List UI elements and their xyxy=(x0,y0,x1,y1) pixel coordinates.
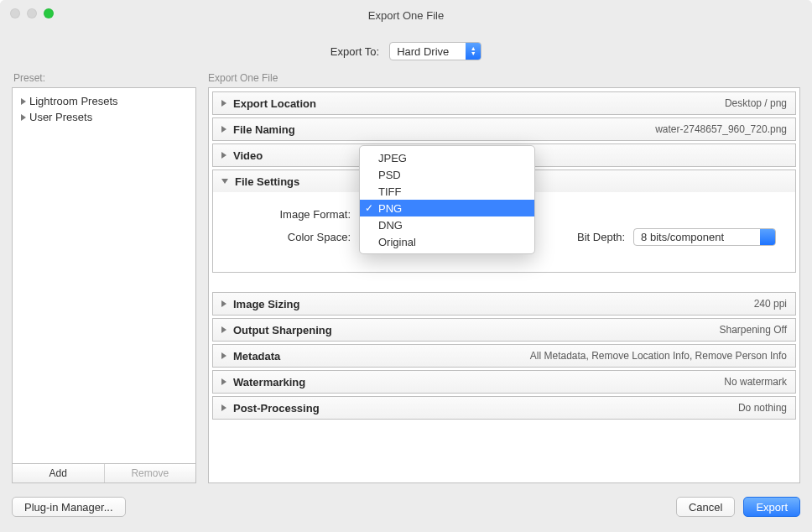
add-preset-button[interactable]: Add xyxy=(13,464,104,482)
disclosure-triangle-icon xyxy=(21,114,26,121)
panel-watermarking[interactable]: Watermarking No watermark xyxy=(212,370,796,394)
export-to-value: Hard Drive xyxy=(397,45,449,58)
disclosure-triangle-icon xyxy=(221,152,226,159)
disclosure-triangle-icon xyxy=(221,126,226,133)
remove-preset-button: Remove xyxy=(104,464,196,482)
panel-title: Watermarking xyxy=(233,376,305,389)
bit-depth-label: Bit Depth: xyxy=(577,231,625,243)
panel-file-naming[interactable]: File Naming water-2748657_960_720.png xyxy=(212,117,796,141)
panel-title: Video xyxy=(233,149,263,162)
select-stepper-icon xyxy=(760,229,775,245)
file-settings-body: Image Format: PNG Color Space: xyxy=(213,192,795,272)
panel-summary: Desktop / png xyxy=(725,97,787,109)
format-option-original[interactable]: Original xyxy=(360,233,534,250)
panel-summary: Sharpening Off xyxy=(719,324,787,336)
image-format-popup-menu[interactable]: JPEG PSD TIFF PNG DNG Original xyxy=(359,145,535,254)
main-column-label: Export One File xyxy=(208,72,800,84)
format-option-dng[interactable]: DNG xyxy=(360,216,534,233)
preset-buttons: Add Remove xyxy=(12,464,196,483)
cancel-button[interactable]: Cancel xyxy=(676,497,735,517)
preset-group-user[interactable]: User Presets xyxy=(16,109,192,125)
panel-file-settings: File Settings Image Format: PNG xyxy=(212,170,796,273)
panel-title: File Settings xyxy=(235,175,299,188)
titlebar: Export One File xyxy=(0,0,812,30)
panel-summary: water-2748657_960_720.png xyxy=(655,123,787,135)
export-dialog-window: Export One File Export To: Hard Drive Pr… xyxy=(0,0,812,532)
disclosure-triangle-icon xyxy=(221,378,226,385)
panel-title: Image Sizing xyxy=(233,298,299,310)
plugin-manager-button[interactable]: Plug-in Manager... xyxy=(12,497,126,517)
format-option-psd[interactable]: PSD xyxy=(360,166,534,183)
disclosure-triangle-icon xyxy=(221,404,226,411)
export-to-label: Export To: xyxy=(331,45,379,58)
window-title: Export One File xyxy=(0,9,812,22)
panel-title: Output Sharpening xyxy=(233,324,332,336)
panel-output-sharpening[interactable]: Output Sharpening Sharpening Off xyxy=(212,318,796,342)
disclosure-triangle-icon xyxy=(21,98,26,105)
panel-summary: All Metadata, Remove Location Info, Remo… xyxy=(530,350,787,362)
disclosure-triangle-icon xyxy=(221,352,226,359)
panel-title: File Naming xyxy=(233,123,295,136)
panels-scroll[interactable]: Export Location Desktop / png File Namin… xyxy=(208,87,800,483)
disclosure-triangle-icon xyxy=(221,179,228,184)
bit-depth-value: 8 bits/component xyxy=(641,231,724,243)
preset-group-label: User Presets xyxy=(29,111,92,123)
image-format-label: Image Format: xyxy=(225,208,351,221)
window-controls xyxy=(10,8,54,18)
panel-title: Post-Processing xyxy=(233,402,320,415)
format-option-jpeg[interactable]: JPEG xyxy=(360,149,534,166)
preset-column-label: Preset: xyxy=(12,72,196,84)
panel-image-sizing[interactable]: Image Sizing 240 ppi xyxy=(212,292,796,316)
disclosure-triangle-icon xyxy=(221,100,226,107)
panel-title: Metadata xyxy=(233,350,280,362)
export-button[interactable]: Export xyxy=(743,497,800,517)
select-stepper-icon xyxy=(466,43,481,60)
panel-post-processing[interactable]: Post-Processing Do nothing xyxy=(212,396,796,420)
export-to-select[interactable]: Hard Drive xyxy=(389,42,481,60)
preset-group-lightroom[interactable]: Lightroom Presets xyxy=(16,93,192,109)
disclosure-triangle-icon xyxy=(221,300,226,307)
panel-title: Export Location xyxy=(233,97,316,110)
format-option-png[interactable]: PNG xyxy=(360,200,534,216)
zoom-window-icon[interactable] xyxy=(44,8,54,18)
close-window-icon[interactable] xyxy=(10,8,20,18)
panel-summary: 240 ppi xyxy=(754,298,787,310)
bit-depth-select[interactable]: 8 bits/component xyxy=(633,228,776,246)
panel-export-location[interactable]: Export Location Desktop / png xyxy=(212,91,796,115)
panel-summary: Do nothing xyxy=(738,402,787,414)
minimize-window-icon[interactable] xyxy=(27,8,37,18)
disclosure-triangle-icon xyxy=(221,326,226,333)
preset-list[interactable]: Lightroom Presets User Presets xyxy=(12,87,196,464)
panel-summary: No watermark xyxy=(724,376,787,388)
preset-group-label: Lightroom Presets xyxy=(29,95,118,107)
format-option-tiff[interactable]: TIFF xyxy=(360,183,534,200)
export-to-row: Export To: Hard Drive xyxy=(0,30,812,72)
panel-metadata[interactable]: Metadata All Metadata, Remove Location I… xyxy=(212,344,796,368)
dialog-footer: Plug-in Manager... Cancel Export xyxy=(12,493,800,520)
color-space-label: Color Space: xyxy=(225,231,351,243)
